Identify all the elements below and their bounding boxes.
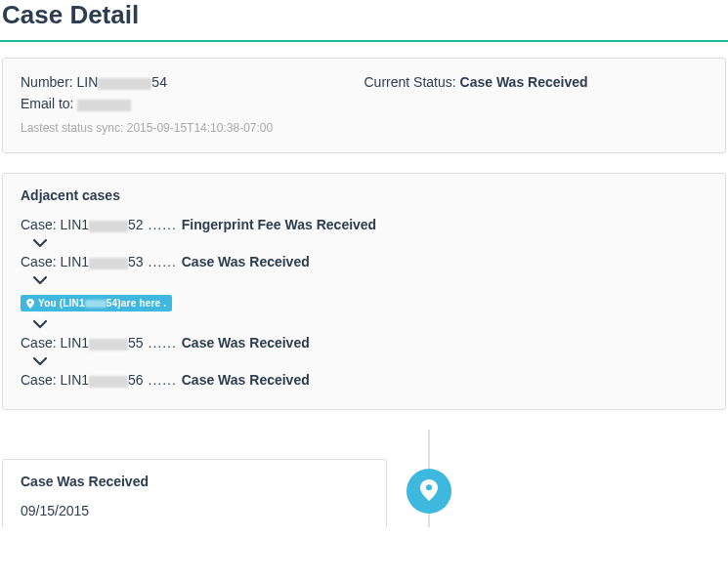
title-underline bbox=[0, 40, 728, 42]
case-prefix: Case: LIN1 bbox=[21, 217, 89, 232]
case-suffix: 56 bbox=[128, 372, 144, 388]
event-title: Case Was Received bbox=[21, 474, 368, 489]
chevron-down-icon bbox=[32, 354, 707, 368]
you-are-here-marker: You (LIN154) are here . bbox=[21, 295, 172, 311]
you-suffix: 54) bbox=[107, 298, 121, 309]
case-prefix: Case: LIN1 bbox=[21, 335, 89, 351]
timeline-dot bbox=[407, 469, 451, 514]
adjacent-case-row[interactable]: Case: LIN152 ...... Fingerprint Fee Was … bbox=[21, 217, 707, 232]
pin-icon bbox=[420, 479, 438, 504]
status-label: Current Status: bbox=[364, 74, 460, 90]
redacted bbox=[89, 376, 128, 388]
event-date: 09/15/2015 bbox=[21, 503, 368, 518]
adjacent-case-row[interactable]: Case: LIN156 ...... Case Was Received bbox=[21, 372, 707, 388]
timeline: Case Was Received 09/15/2015 bbox=[2, 430, 726, 527]
sync-line: Lastest status sync: 2015-09-15T14:10:38… bbox=[21, 121, 707, 135]
adjacent-title: Adjacent cases bbox=[21, 187, 707, 203]
case-prefix: Case: LIN1 bbox=[21, 254, 89, 269]
chevron-down-icon bbox=[32, 273, 707, 287]
case-status: Case Was Received bbox=[182, 372, 310, 388]
case-status: Fingerprint Fee Was Received bbox=[182, 217, 376, 232]
page-title: Case Detail bbox=[0, 0, 728, 30]
dots: ...... bbox=[144, 335, 182, 351]
sync-prefix: Lastest status sync: bbox=[21, 121, 127, 135]
you-text-post: are here . bbox=[121, 298, 166, 309]
case-info-panel: Number: LIN54 Email to: Current Status: … bbox=[2, 58, 726, 153]
sync-value: 2015-09-15T14:10:38-07:00 bbox=[127, 121, 273, 135]
case-number-label: Number: LIN bbox=[21, 74, 98, 90]
redacted bbox=[89, 258, 128, 269]
case-status: Case Was Received bbox=[182, 335, 310, 351]
dots: ...... bbox=[144, 372, 182, 388]
dots: ...... bbox=[144, 217, 182, 232]
redacted bbox=[77, 100, 131, 111]
case-suffix: 53 bbox=[128, 254, 144, 269]
case-suffix: 52 bbox=[128, 217, 144, 232]
redacted bbox=[85, 300, 107, 308]
svg-point-0 bbox=[29, 301, 31, 303]
svg-point-1 bbox=[426, 484, 432, 490]
dots: ...... bbox=[144, 254, 182, 269]
chevron-down-icon bbox=[32, 317, 707, 331]
you-text-pre: You (LIN1 bbox=[38, 298, 85, 309]
case-number-line: Number: LIN54 bbox=[21, 74, 364, 90]
redacted bbox=[89, 339, 128, 351]
adjacent-case-row[interactable]: Case: LIN155 ...... Case Was Received bbox=[21, 335, 707, 351]
redacted bbox=[89, 221, 128, 232]
adjacent-case-row[interactable]: Case: LIN153 ...... Case Was Received bbox=[21, 254, 707, 269]
redacted bbox=[98, 78, 151, 90]
case-number-suffix: 54 bbox=[151, 74, 167, 90]
status-line: Current Status: Case Was Received bbox=[364, 74, 708, 90]
case-prefix: Case: LIN1 bbox=[21, 372, 89, 388]
status-value: Case Was Received bbox=[460, 74, 588, 90]
pin-icon bbox=[26, 299, 34, 309]
case-suffix: 55 bbox=[128, 335, 144, 351]
email-label: Email to: bbox=[21, 96, 77, 111]
timeline-event-card: Case Was Received 09/15/2015 bbox=[2, 459, 387, 527]
chevron-down-icon bbox=[32, 236, 707, 250]
case-status: Case Was Received bbox=[182, 254, 310, 269]
adjacent-cases-panel: Adjacent cases Case: LIN152 ...... Finge… bbox=[2, 173, 726, 410]
email-line: Email to: bbox=[21, 96, 364, 111]
